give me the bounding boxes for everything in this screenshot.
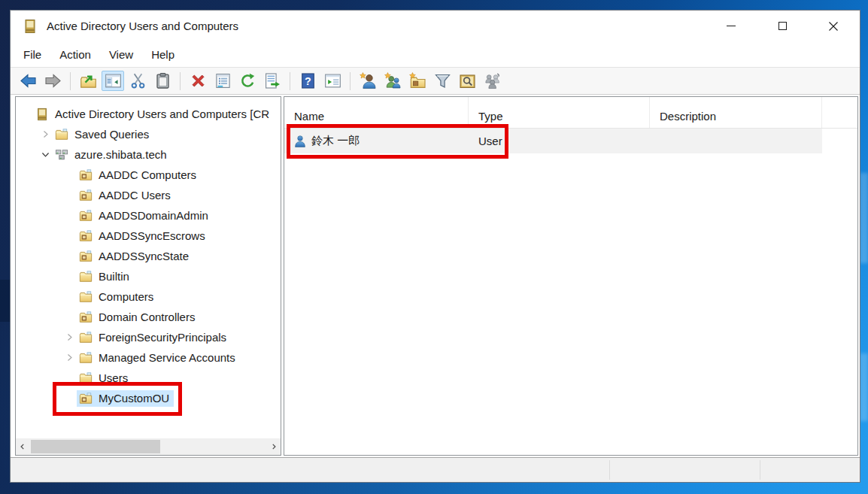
tree-expander-icon[interactable] bbox=[38, 129, 53, 140]
refresh-icon bbox=[239, 72, 256, 89]
console-tree-pane[interactable]: Active Directory Users and Computers [CR… bbox=[15, 96, 281, 456]
maximize-button[interactable] bbox=[757, 11, 808, 41]
ou-icon bbox=[78, 229, 93, 243]
tree-item-label: Managed Service Accounts bbox=[99, 351, 235, 364]
tree-item-foreignsecurityprincipals[interactable]: ForeignSecurityPrincipals bbox=[16, 327, 281, 347]
expander-slot bbox=[62, 372, 77, 383]
folder-icon bbox=[78, 290, 93, 304]
desktop-background: Active Directory Users and Computers Fil… bbox=[0, 0, 868, 494]
back-icon bbox=[20, 72, 37, 89]
tree-item-label: Users bbox=[99, 371, 128, 384]
app-icon bbox=[23, 19, 38, 34]
delegate-button[interactable] bbox=[481, 71, 503, 91]
column-header-filler bbox=[822, 97, 857, 128]
up-one-level-button[interactable] bbox=[77, 71, 99, 91]
delete-icon bbox=[190, 72, 207, 89]
title-bar[interactable]: Active Directory Users and Computers bbox=[11, 11, 860, 41]
wallpaper-light-streak bbox=[860, 353, 868, 421]
tree-item-label: AADDC Computers bbox=[99, 168, 196, 181]
tree-node: azure.shibata.tech bbox=[53, 147, 171, 163]
details-column-headers: NameTypeDescription bbox=[284, 97, 857, 129]
tree-node: MyCustomOU bbox=[77, 390, 174, 407]
new-user-button[interactable] bbox=[357, 71, 379, 91]
menu-file[interactable]: File bbox=[14, 45, 50, 64]
delegate-icon bbox=[484, 72, 501, 89]
new-group-button[interactable] bbox=[381, 71, 404, 91]
filter-button[interactable] bbox=[431, 71, 454, 91]
tree-item-builtin[interactable]: Builtin bbox=[16, 266, 281, 286]
properties-icon bbox=[214, 72, 232, 89]
show-console-tree-button[interactable] bbox=[102, 71, 124, 91]
new-window-icon bbox=[324, 72, 341, 89]
tree-item-active-directory-users-and-computers-cr[interactable]: Active Directory Users and Computers [CR bbox=[16, 104, 281, 124]
expander-slot bbox=[62, 392, 77, 404]
find-button[interactable] bbox=[456, 71, 478, 91]
tree-item-managed-service-accounts[interactable]: Managed Service Accounts bbox=[16, 347, 281, 368]
user-icon bbox=[293, 135, 307, 148]
tree-item-computers[interactable]: Computers bbox=[16, 286, 281, 307]
folder-icon bbox=[78, 371, 93, 385]
paste-button[interactable] bbox=[151, 71, 174, 91]
tree-item-mycustomou[interactable]: MyCustomOU bbox=[16, 388, 281, 408]
tree-item-users[interactable]: Users bbox=[16, 368, 281, 388]
tree-item-domain-controllers[interactable]: Domain Controllers bbox=[16, 307, 281, 327]
tree-item-label: AADDSDomainAdmin bbox=[99, 209, 208, 222]
new-window-button[interactable] bbox=[321, 71, 344, 91]
tree-item-azure-shibata-tech[interactable]: azure.shibata.tech bbox=[16, 144, 281, 165]
properties-button[interactable] bbox=[211, 71, 234, 91]
window-controls bbox=[706, 11, 859, 41]
column-header-type[interactable]: Type bbox=[469, 97, 650, 128]
tree-expander-icon[interactable] bbox=[62, 352, 77, 363]
details-pane[interactable]: NameTypeDescription 鈴木 一郎User bbox=[284, 96, 858, 456]
tree-item-label: azure.shibata.tech bbox=[74, 148, 167, 161]
refresh-button[interactable] bbox=[236, 71, 259, 91]
tree-item-aaddc-computers[interactable]: AADDC Computers bbox=[16, 165, 281, 185]
back-button[interactable] bbox=[17, 71, 39, 91]
tree-node: Domain Controllers bbox=[77, 309, 199, 326]
tree-node: Saved Queries bbox=[53, 126, 153, 143]
expander-slot bbox=[62, 230, 77, 241]
column-header-name[interactable]: Name bbox=[284, 97, 469, 128]
maximize-icon bbox=[778, 22, 787, 30]
tree-item-aaddssyncescrows[interactable]: AADDSSyncEscrows bbox=[16, 226, 281, 246]
tree-item-aaddsdomainadmin[interactable]: AADDSDomainAdmin bbox=[16, 205, 281, 226]
new-ou-button[interactable] bbox=[406, 71, 429, 91]
status-bar-divider bbox=[760, 460, 760, 480]
tree-node: ForeignSecurityPrincipals bbox=[77, 329, 231, 346]
menu-help[interactable]: Help bbox=[142, 45, 184, 64]
up-one-level-icon bbox=[80, 72, 97, 89]
tree-item-label: Active Directory Users and Computers [CR bbox=[55, 108, 269, 120]
tree-node: Builtin bbox=[77, 268, 134, 285]
expander-slot bbox=[62, 250, 77, 262]
cut-button[interactable] bbox=[126, 71, 149, 91]
tree-item-saved-queries[interactable]: Saved Queries bbox=[16, 124, 281, 144]
ou-icon bbox=[78, 189, 93, 202]
toolbar bbox=[11, 67, 860, 95]
tree-item-aaddc-users[interactable]: AADDC Users bbox=[16, 185, 281, 205]
forward-button[interactable] bbox=[41, 71, 64, 91]
close-button[interactable] bbox=[808, 11, 859, 41]
help-button[interactable] bbox=[296, 71, 319, 91]
minimize-button[interactable] bbox=[706, 11, 757, 41]
tree-item-aaddssyncstate[interactable]: AADDSSyncState bbox=[16, 246, 281, 266]
tree-node: Managed Service Accounts bbox=[77, 350, 240, 366]
expander-slot bbox=[62, 291, 77, 302]
export-list-button[interactable] bbox=[261, 71, 284, 91]
tree-item-label: Computers bbox=[99, 290, 153, 303]
tree-expander-icon[interactable] bbox=[38, 149, 53, 160]
column-header-description[interactable]: Description bbox=[650, 97, 822, 128]
forward-icon bbox=[44, 72, 62, 89]
tree-item-label: Saved Queries bbox=[74, 128, 149, 141]
delete-button[interactable] bbox=[187, 71, 209, 91]
scrollbar-thumb[interactable] bbox=[31, 440, 160, 453]
expander-slot bbox=[62, 210, 77, 221]
tree-horizontal-scrollbar[interactable] bbox=[16, 438, 281, 455]
details-row[interactable]: 鈴木 一郎User bbox=[284, 129, 857, 153]
toolbar-separator bbox=[350, 72, 351, 90]
menu-view[interactable]: View bbox=[100, 45, 142, 64]
scroll-right-arrow[interactable] bbox=[267, 438, 281, 455]
scroll-left-arrow[interactable] bbox=[16, 438, 29, 455]
export-list-icon bbox=[264, 72, 281, 89]
tree-expander-icon[interactable] bbox=[62, 332, 77, 343]
menu-action[interactable]: Action bbox=[50, 45, 100, 64]
